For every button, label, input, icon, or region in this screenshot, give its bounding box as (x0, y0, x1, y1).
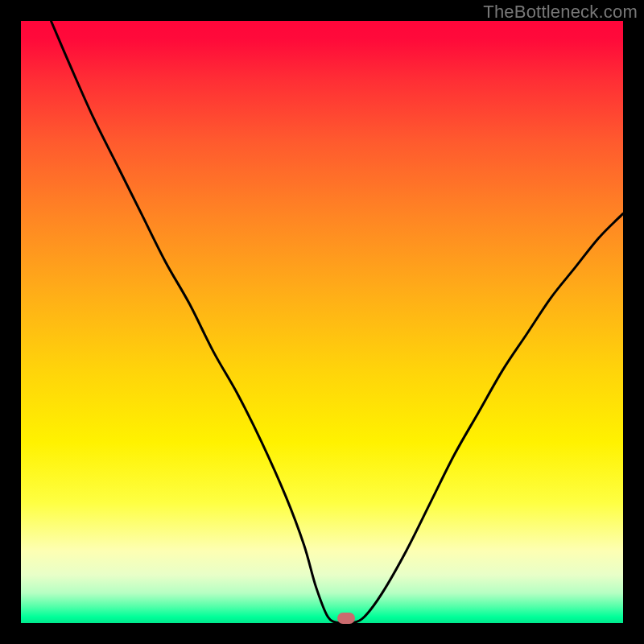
bottleneck-marker (337, 613, 355, 624)
bottleneck-curve (21, 21, 623, 623)
watermark-text: TheBottleneck.com (483, 2, 638, 23)
